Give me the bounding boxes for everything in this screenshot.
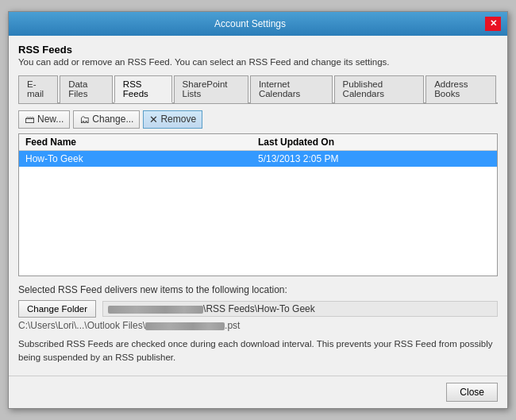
close-button[interactable]: Close xyxy=(446,383,498,402)
tab-address-books[interactable]: Address Books xyxy=(426,75,496,103)
pst-path: C:\Users\Lori\...\Outlook Files\ .pst xyxy=(18,320,498,331)
remove-button-label: Remove xyxy=(160,114,196,125)
tab-rss-feeds[interactable]: RSS Feeds xyxy=(114,75,172,103)
col-feed-name: Feed Name xyxy=(25,137,258,148)
tab-email[interactable]: E-mail xyxy=(18,75,58,103)
tab-sharepoint[interactable]: SharePoint Lists xyxy=(174,75,248,103)
change-icon: 🗂 xyxy=(79,114,90,125)
list-header: Feed Name Last Updated On xyxy=(19,134,497,151)
tab-data-files[interactable]: Data Files xyxy=(60,75,113,103)
tab-bar: E-mail Data Files RSS Feeds SharePoint L… xyxy=(18,75,498,104)
feed-path-row: Change Folder \RSS Feeds\How-To Geek xyxy=(18,300,498,318)
new-icon: 🗃 xyxy=(25,114,35,125)
change-folder-button[interactable]: Change Folder xyxy=(18,300,96,318)
remove-button[interactable]: ✕ Remove xyxy=(143,110,202,129)
feed-path-label: Selected RSS Feed delivers new items to … xyxy=(18,284,498,295)
rss-toolbar: 🗃 New... 🗂 Change... ✕ Remove xyxy=(18,110,498,129)
pst-path-suffix: .pst xyxy=(225,320,240,331)
window-close-button[interactable]: ✕ xyxy=(485,17,501,31)
section-header: RSS Feeds xyxy=(18,44,498,56)
new-button-label: New... xyxy=(37,114,64,125)
change-button-label: Change... xyxy=(92,114,133,125)
change-button[interactable]: 🗂 Change... xyxy=(73,110,140,129)
path-blur-2 xyxy=(145,322,225,330)
dialog-body: RSS Feeds You can add or remove an RSS F… xyxy=(9,36,507,373)
table-row[interactable]: How-To Geek 5/13/2013 2:05 PM xyxy=(19,151,497,167)
feed-name-cell: How-To Geek xyxy=(25,153,258,164)
path-blur-1 xyxy=(108,306,203,314)
pst-path-prefix: C:\Users\Lori\...\Outlook Files\ xyxy=(18,320,145,331)
feed-list[interactable]: Feed Name Last Updated On How-To Geek 5/… xyxy=(18,133,498,276)
account-settings-dialog: Account Settings ✕ RSS Feeds You can add… xyxy=(8,11,508,410)
new-button[interactable]: 🗃 New... xyxy=(18,110,70,129)
col-last-updated: Last Updated On xyxy=(258,137,491,148)
remove-icon: ✕ xyxy=(149,114,158,125)
section-description: You can add or remove an RSS Feed. You c… xyxy=(18,57,498,67)
feed-path-display: \RSS Feeds\How-To Geek xyxy=(102,301,498,317)
tab-internet-calendars[interactable]: Internet Calendars xyxy=(250,75,333,103)
title-bar: Account Settings ✕ xyxy=(9,12,507,36)
tab-published-calendars[interactable]: Published Calendars xyxy=(334,75,425,103)
last-updated-cell: 5/13/2013 2:05 PM xyxy=(258,153,491,164)
dialog-title: Account Settings xyxy=(15,18,485,29)
path-suffix: \RSS Feeds\How-To Geek xyxy=(203,303,315,314)
notice-text: Subscribed RSS Feeds are checked once du… xyxy=(18,337,498,365)
feed-path-section: Selected RSS Feed delivers new items to … xyxy=(18,284,498,331)
dialog-footer: Close xyxy=(9,376,507,408)
